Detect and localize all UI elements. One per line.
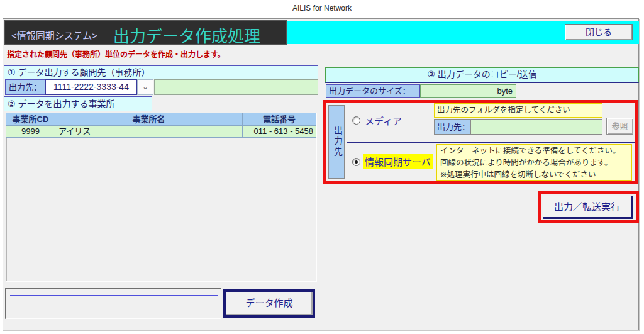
app-window-title: AILIS for Network: [0, 4, 644, 13]
dest-group-vertical-label: 出力先: [328, 105, 345, 179]
col-header-phone: 電話番号: [243, 113, 316, 126]
table-row[interactable]: 9999 アイリス 011 - 613 - 5458: [6, 126, 316, 138]
main-window: <情報同期システム> 出力データ作成処理 閉じる 指定された顧問先（事務所）単位…: [3, 18, 639, 330]
screen: AILIS for Network <情報同期システム> 出力データ作成処理 閉…: [0, 0, 644, 334]
system-name-label: <情報同期システム>: [11, 28, 97, 42]
col-header-office-name: 事業所名: [55, 113, 243, 126]
destination-choice-panel: 出力先 メディア 出力先のフォルダを指定してください 出力先： 参照 情報同期サ…: [323, 100, 638, 184]
section3-header: ③ 出力データのコピー/送信: [325, 67, 639, 83]
server-note: インターネットに接続できる準備をしてください。 回線の状況により時間がかかる場合…: [436, 144, 632, 181]
cell-office-cd: 9999: [6, 126, 55, 138]
section2-header: ② データを出力する事業所: [4, 96, 152, 111]
server-note-line3: ※処理実行中は回線を切断しないでください: [440, 169, 631, 181]
browse-button[interactable]: 参照: [606, 118, 633, 135]
close-button[interactable]: 閉じる: [565, 24, 633, 40]
server-radio[interactable]: [352, 158, 360, 166]
server-note-line2: 回線の状況により時間がかかる場合があります。: [440, 157, 631, 169]
server-radio-label[interactable]: 情報同期サーバ: [363, 154, 433, 169]
header-accent-bar: 閉じる: [287, 21, 639, 44]
cell-phone: 011 - 613 - 5458: [243, 126, 316, 138]
media-note: 出力先のフォルダを指定してください: [434, 103, 602, 118]
media-radio-label[interactable]: メディア: [365, 114, 402, 127]
business-office-table: 事業所CD 事業所名 電話番号 9999 アイリス 011 - 613 - 54…: [6, 113, 316, 281]
media-dest-label: 出力先：: [434, 119, 470, 135]
create-data-button[interactable]: データ作成: [223, 289, 315, 318]
dest-label: 出力先：: [5, 79, 45, 95]
output-size-label: 出力データのサイズ：: [326, 84, 420, 98]
progress-bar: [10, 295, 218, 296]
section1-header: ① データ出力する顧問先（事務所）: [4, 65, 318, 79]
option-divider: [347, 142, 635, 143]
media-radio[interactable]: [352, 116, 360, 125]
output-transfer-execute-button[interactable]: 出力／転送実行: [543, 196, 633, 219]
table-header-row: 事業所CD 事業所名 電話番号: [6, 113, 316, 126]
page-title: 出力データ作成処理: [113, 23, 260, 47]
output-size-field: byte: [420, 84, 516, 98]
col-header-office-cd: 事業所CD: [6, 113, 55, 126]
server-note-line1: インターネットに接続できる準備をしてください。: [440, 145, 631, 157]
dest-name-field: [154, 79, 318, 95]
header-bar: <情報同期システム> 出力データ作成処理: [4, 20, 287, 45]
dest-code-input[interactable]: 1111-2222-3333-44: [45, 79, 137, 95]
instruction-text: 指定された顧問先（事務所）単位のデータを作成・出力します。: [7, 48, 225, 59]
media-dest-input[interactable]: [470, 119, 602, 135]
chevron-down-icon[interactable]: ⌄: [137, 79, 153, 95]
cell-office-name: アイリス: [55, 126, 243, 138]
progress-area: [5, 288, 221, 319]
execute-highlight-frame: 出力／転送実行: [538, 191, 639, 223]
